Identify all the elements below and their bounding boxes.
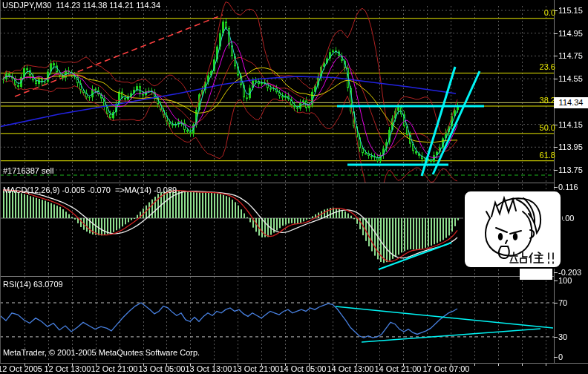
time-axis-label: 13 Oct 21:00	[233, 364, 280, 373]
fibonacci-level-label: 38.2	[508, 96, 555, 105]
time-axis-label: 13 Oct 05:00	[139, 364, 186, 373]
time-axis-label: 14 Oct 05:00	[280, 364, 327, 373]
metatrader-chart-window: USDJPY,M30 114.23 114.38 114.21 114.34 #…	[0, 0, 588, 374]
current-price-box: 114.34	[554, 97, 588, 108]
fibonacci-level-label: 0.0	[508, 8, 555, 17]
axis-tick-label: 0	[558, 352, 563, 361]
axis-tick-label: 114.75	[558, 51, 583, 60]
chart-title: USDJPY,M30 114.23 114.38 114.21 114.34	[2, 1, 160, 10]
time-axis-label: 13 Oct 13:00	[186, 364, 232, 373]
axis-tick-label: 0.116	[558, 183, 578, 191]
bubble-text-strokes	[509, 252, 557, 265]
fibonacci-level-label: 23.6	[508, 62, 555, 71]
axis-tick-label: 100	[558, 276, 572, 285]
speech-bubble-annotation[interactable]: 站住!!	[463, 190, 562, 269]
time-axis-label: 17 Oct 07:00	[423, 364, 470, 373]
axis-tick-label: 114.55	[558, 74, 583, 83]
order-sell-label: #1716387 sell	[3, 166, 54, 176]
axis-tick-label: 113.75	[558, 165, 583, 174]
copyright-label: MetaTrader, © 2001-2005 MetaQuotes Softw…	[3, 348, 200, 358]
macd-indicator-label: MACD(12,26,9) -0.005 -0.070 =>MA(14) -0.…	[3, 186, 177, 195]
time-axis-label: 12 Oct 21:00	[91, 364, 138, 373]
rsi-indicator-label: RSI(14) 63.0709	[3, 280, 63, 289]
fibonacci-level-label: 50.0	[508, 123, 555, 132]
axis-tick-label: 113.95	[558, 142, 583, 151]
axis-tick-label: 30	[558, 332, 567, 341]
price-axis[interactable]: 115.15114.95114.75114.55114.15113.95113.…	[554, 0, 588, 363]
time-axis[interactable]: 12 Oct 200512 Oct 13:0012 Oct 21:0013 Oc…	[0, 363, 588, 374]
time-axis-label: 12 Oct 13:00	[45, 364, 91, 373]
axis-tick-label: 115.15	[558, 6, 583, 15]
axis-tick-label: 114.95	[558, 29, 583, 38]
time-axis-label: 14 Oct 13:00	[327, 364, 374, 373]
axis-tick-label: 114.15	[558, 120, 583, 129]
time-axis-label: 14 Oct 21:00	[375, 364, 422, 373]
time-axis-label: 12 Oct 2005	[0, 364, 42, 373]
axis-tick-label: 70	[558, 298, 567, 307]
current-price-value: 114.34	[559, 98, 584, 107]
fibonacci-level-label: 61.8	[508, 151, 555, 160]
